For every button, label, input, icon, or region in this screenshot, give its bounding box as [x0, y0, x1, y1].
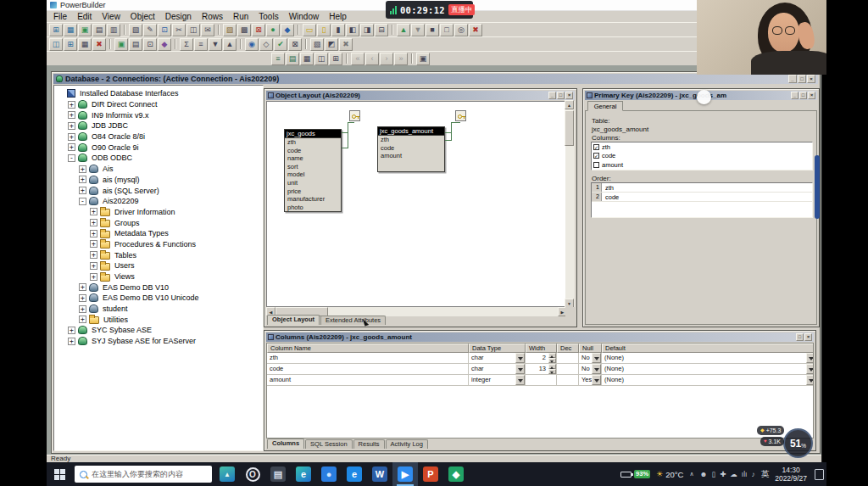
- tree-toggle-icon[interactable]: +: [68, 338, 75, 345]
- dropdown-button[interactable]: [515, 353, 525, 363]
- cloud-icon[interactable]: ☁: [730, 470, 737, 478]
- toolbar-button[interactable]: ⊡: [158, 24, 171, 36]
- taskbar-app-dark-app[interactable]: ▤: [265, 462, 291, 486]
- toolbar-button[interactable]: ▤: [92, 24, 106, 36]
- grid-header-data-type[interactable]: Data Type: [469, 344, 526, 353]
- tree-toggle-icon[interactable]: +: [68, 122, 75, 130]
- tree-toggle-icon[interactable]: +: [90, 273, 97, 281]
- tab-object-layout[interactable]: Object Layout: [267, 315, 320, 325]
- taskbar-app-opera[interactable]: O: [240, 462, 265, 486]
- primary-key-glyph-icon[interactable]: [455, 110, 466, 121]
- tree-item[interactable]: +Driver Information: [54, 207, 263, 218]
- toolbar-button[interactable]: ▦: [300, 53, 314, 65]
- taskbar-clock[interactable]: 14:30 2022/9/27: [775, 466, 807, 483]
- key-columns-list[interactable]: ✓zth✓codeamount: [591, 142, 813, 170]
- grid-header-default[interactable]: Default: [602, 344, 814, 353]
- close-button[interactable]: ×: [808, 92, 815, 99]
- toolbar-button[interactable]: ◇: [259, 38, 273, 51]
- tree-toggle-icon[interactable]: +: [79, 305, 86, 313]
- edge-scrollbar-thumb[interactable]: [815, 155, 820, 219]
- cell-default[interactable]: (None): [602, 375, 814, 386]
- menu-file[interactable]: File: [48, 11, 72, 22]
- menu-edit[interactable]: Edit: [72, 11, 97, 22]
- pk-column-row[interactable]: amount: [592, 160, 812, 170]
- cell-data-type[interactable]: char: [469, 364, 526, 375]
- start-button[interactable]: [47, 462, 72, 486]
- toolbar-button[interactable]: ›: [380, 53, 393, 65]
- taskbar-app-blue-browser[interactable]: ●: [316, 462, 342, 486]
- security-icon[interactable]: ✚: [720, 470, 726, 478]
- tree-toggle-icon[interactable]: +: [90, 208, 97, 215]
- battery-icon[interactable]: ▯: [711, 470, 715, 478]
- pk-order-row[interactable]: 1zth: [592, 183, 812, 193]
- cell-column-name[interactable]: code: [267, 364, 469, 375]
- toolbar-button[interactable]: ▣: [416, 53, 430, 65]
- toolbar-button[interactable]: ▮: [331, 24, 345, 36]
- toolbar-button[interactable]: ▦: [64, 24, 77, 36]
- tree-item[interactable]: +Views: [54, 271, 263, 282]
- checkbox-unchecked[interactable]: [593, 162, 599, 168]
- cell-null[interactable]: Yes: [579, 375, 602, 386]
- toolbar-button[interactable]: ⊞: [64, 38, 77, 51]
- close-button[interactable]: ×: [807, 75, 815, 83]
- menu-object[interactable]: Object: [125, 11, 160, 22]
- contacts-icon[interactable]: ☻: [700, 470, 708, 478]
- minimize-button[interactable]: _: [788, 75, 797, 83]
- dropdown-button[interactable]: [592, 364, 601, 374]
- grid-header-null[interactable]: Null: [579, 344, 602, 353]
- spinner-control[interactable]: [548, 364, 556, 374]
- tree-toggle-icon[interactable]: +: [79, 294, 86, 302]
- dropdown-button[interactable]: [806, 375, 814, 385]
- cell-null[interactable]: No: [579, 353, 602, 364]
- toolbar-button[interactable]: ▭: [303, 24, 316, 36]
- floating-widget-dot[interactable]: [697, 90, 711, 104]
- toolbar-button[interactable]: ▧: [129, 24, 142, 36]
- cell-dec[interactable]: [557, 364, 579, 375]
- toolbar-button[interactable]: ⊠: [252, 24, 265, 36]
- toolbar-button[interactable]: «: [351, 53, 364, 65]
- toolbar-button[interactable]: □: [440, 24, 453, 36]
- tree-item[interactable]: +Metadata Types: [54, 228, 263, 239]
- toolbar-button[interactable]: ▧: [310, 38, 324, 51]
- toolbar-button[interactable]: ◆: [158, 38, 171, 51]
- pk-column-row[interactable]: ✓code: [592, 152, 812, 161]
- spin-down-icon[interactable]: [548, 369, 556, 374]
- toolbar-button[interactable]: ◫: [314, 53, 328, 65]
- grid-header-dec[interactable]: Dec: [557, 344, 579, 353]
- tab-columns[interactable]: Columns: [267, 439, 304, 449]
- restore-button[interactable]: □: [798, 75, 806, 83]
- maximize-button[interactable]: □: [557, 92, 565, 99]
- tree-item[interactable]: +IN9 Informix v9.x: [54, 109, 263, 120]
- weather-widget[interactable]: ☀ 20°C: [656, 470, 683, 479]
- tree-item[interactable]: +student: [54, 304, 263, 315]
- tree-toggle-icon[interactable]: +: [79, 176, 86, 183]
- key-order-list[interactable]: 1zth2code: [591, 182, 813, 218]
- cell-default[interactable]: (None): [602, 364, 814, 375]
- tree-toggle-icon[interactable]: +: [68, 111, 75, 119]
- action-center-icon[interactable]: [815, 469, 824, 480]
- toolbar-button[interactable]: ▨: [223, 24, 236, 36]
- toolbar-button[interactable]: ▩: [237, 24, 251, 36]
- dropdown-button[interactable]: [806, 364, 814, 374]
- tree-item[interactable]: Installed Database Interfaces: [54, 88, 263, 99]
- toolbar-button[interactable]: ◨: [360, 24, 374, 36]
- tree-item[interactable]: +Procedures & Functions: [54, 239, 263, 250]
- tree-item[interactable]: +EAS Demo DB V10 Unicode: [54, 293, 263, 304]
- toolbar-button[interactable]: ✎: [143, 24, 157, 36]
- close-button[interactable]: ×: [565, 92, 573, 99]
- maximize-button[interactable]: □: [796, 333, 804, 341]
- scroll-thumb[interactable]: [565, 110, 574, 146]
- toolbar-button[interactable]: ▼: [209, 38, 222, 51]
- toolbar-button[interactable]: ⊞: [329, 53, 342, 65]
- tree-item[interactable]: +O84 Oracle 8/8i: [54, 131, 263, 142]
- tree-item[interactable]: +Utilities: [54, 314, 263, 325]
- cell-default[interactable]: (None): [602, 353, 814, 364]
- cell-width[interactable]: [526, 375, 557, 386]
- cell-data-type[interactable]: char: [469, 353, 526, 364]
- toolbar-button[interactable]: ⊞: [49, 24, 63, 36]
- toolbar-button[interactable]: ⊟: [375, 24, 388, 36]
- toolbar-button[interactable]: ◧: [346, 24, 359, 36]
- tree-toggle-icon[interactable]: -: [79, 198, 86, 205]
- tree-item[interactable]: +SYJ Sybase ASE for EAServer: [54, 336, 263, 347]
- db-table[interactable]: jxc_goods_amountzthcodeamount: [377, 126, 445, 172]
